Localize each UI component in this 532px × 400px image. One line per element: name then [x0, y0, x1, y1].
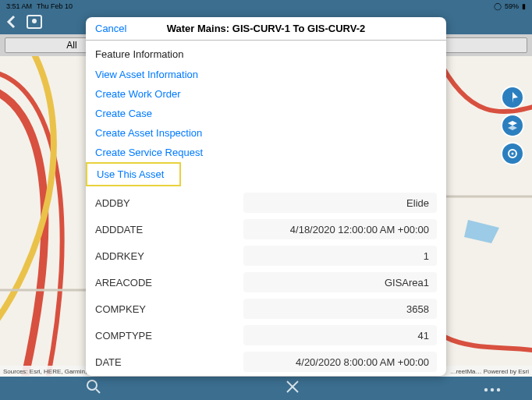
field-value[interactable]: 4/18/2020 12:00:00 AM +00:00: [243, 219, 437, 239]
svg-line-9: [96, 389, 100, 393]
bottom-toolbar: [0, 377, 532, 400]
locate-button[interactable]: [501, 86, 524, 109]
wifi-icon: ◯: [494, 2, 502, 10]
field-label: ADDRKEY: [95, 250, 243, 262]
action-create-inspection[interactable]: Create Asset Inspection: [86, 123, 446, 143]
field-label: ADDBY: [95, 197, 243, 209]
svg-point-1: [32, 19, 37, 23]
map-side-buttons: [501, 86, 524, 165]
field-value[interactable]: GISArea1: [243, 272, 437, 292]
more-icon[interactable]: [484, 381, 501, 395]
battery-pct: 59%: [505, 2, 519, 10]
feature-sheet: Cancel Water Mains: GIS-CURV-1 To GIS-CU…: [86, 17, 446, 376]
field-decimal: DECIMAL 624.73048887: [86, 375, 446, 376]
field-addby: ADDBY Elide: [86, 189, 446, 216]
field-value[interactable]: 1: [243, 246, 437, 266]
status-time: 3:51 AM: [6, 2, 32, 10]
field-value[interactable]: 41: [243, 325, 437, 345]
back-icon[interactable]: [6, 15, 17, 32]
svg-point-13: [491, 388, 494, 391]
svg-point-12: [484, 388, 488, 391]
field-areacode: AREACODE GISArea1: [86, 269, 446, 296]
field-value[interactable]: 3658: [243, 299, 437, 319]
sheet-title: Water Mains: GIS-CURV-1 To GIS-CURV-2: [86, 23, 446, 34]
sheet-header: Cancel Water Mains: GIS-CURV-1 To GIS-CU…: [86, 17, 446, 41]
field-adddate: ADDDATE 4/18/2020 12:00:00 AM +00:00: [86, 216, 446, 242]
action-view-asset[interactable]: View Asset Information: [86, 65, 446, 84]
svg-point-7: [512, 153, 514, 155]
close-icon[interactable]: [286, 380, 300, 397]
svg-point-14: [497, 388, 500, 391]
highlight-use-asset: Use This Asset: [86, 162, 181, 186]
action-use-asset[interactable]: Use This Asset: [87, 164, 179, 185]
status-bar: 3:51 AM Thu Feb 10 ◯ 59% ▮: [0, 0, 532, 12]
field-label: COMPTYPE: [95, 330, 243, 342]
field-value[interactable]: Elide: [243, 193, 437, 213]
field-label: DATE: [95, 356, 243, 368]
search-icon[interactable]: [86, 379, 101, 398]
svg-point-8: [87, 381, 97, 390]
attr-right: …reetMa… Powered by Esri: [450, 368, 529, 375]
action-create-wo[interactable]: Create Work Order: [86, 84, 446, 104]
field-label: ADDDATE: [95, 224, 243, 235]
target-button[interactable]: [501, 142, 524, 165]
battery-icon: ▮: [522, 2, 526, 10]
field-comptype: COMPTYPE 41: [86, 322, 446, 349]
status-date: Thu Feb 10: [37, 2, 73, 10]
cancel-button[interactable]: Cancel: [95, 23, 126, 34]
field-label: AREACODE: [95, 277, 243, 288]
field-compkey: COMPKEY 3658: [86, 296, 446, 322]
field-addrkey: ADDRKEY 1: [86, 242, 446, 269]
map-toggle-icon[interactable]: [27, 15, 42, 32]
field-label: COMPKEY: [95, 303, 243, 315]
action-create-case[interactable]: Create Case: [86, 104, 446, 123]
layers-button[interactable]: [501, 114, 524, 137]
field-date: DATE 4/20/2020 8:00:00 AM +00:00: [86, 349, 446, 375]
attr-left: Sources: Esri, HERE, Garmin, …: [3, 368, 94, 375]
action-create-sr[interactable]: Create Service Request: [86, 143, 446, 162]
section-feature-info: Feature Information: [86, 45, 446, 65]
field-value[interactable]: 4/20/2020 8:00:00 AM +00:00: [243, 352, 437, 372]
sheet-body[interactable]: Feature Information View Asset Informati…: [86, 41, 446, 376]
